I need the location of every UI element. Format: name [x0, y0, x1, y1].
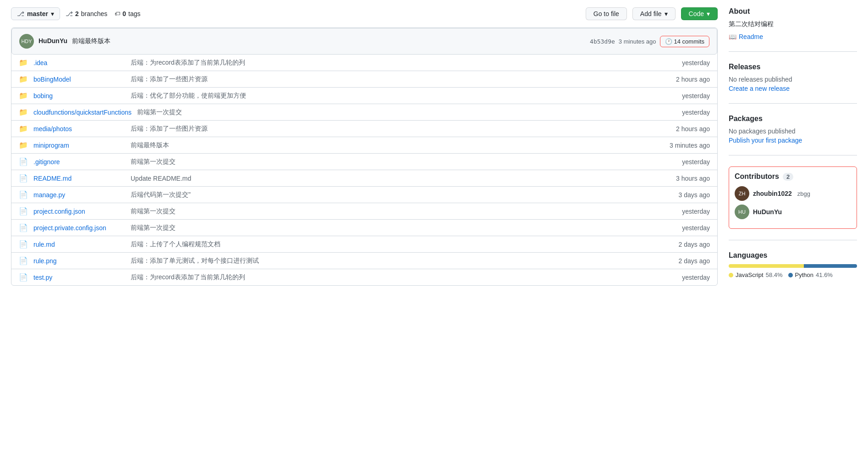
- file-name-link[interactable]: cloudfunctions/quickstartFunctions: [33, 109, 132, 116]
- file-time: yesterday: [664, 208, 710, 215]
- branches-count: 2: [75, 10, 79, 17]
- tags-count: 0: [122, 10, 126, 17]
- file-name-link[interactable]: project.private.config.json: [33, 224, 125, 232]
- file-time: 3 days ago: [664, 191, 710, 199]
- file-name-link[interactable]: .gitignore: [33, 158, 125, 166]
- file-icon: 📄: [19, 190, 28, 199]
- file-commit-message: 前端第一次提交: [131, 158, 659, 166]
- table-row: 📄 README.md Update README.md 3 hours ago: [11, 170, 717, 187]
- file-icon: 📄: [19, 157, 28, 166]
- languages-title: Languages: [729, 251, 857, 260]
- packages-title: Packages: [729, 115, 857, 123]
- goto-file-label: Go to file: [593, 10, 619, 17]
- table-row: 📄 manage.py 后端代码第一次提交" 3 days ago: [11, 187, 717, 203]
- branch-name: master: [27, 10, 48, 17]
- commit-row: HDY HuDunYu 前端最终版本 4b53d9e 3 minutes ago…: [11, 28, 717, 55]
- code-button[interactable]: Code ▾: [681, 7, 718, 20]
- main-content: ⎇ master ▾ ⎇ 2 branches 🏷 0 tags Go t: [11, 7, 718, 300]
- file-table: HDY HuDunYu 前端最终版本 4b53d9e 3 minutes ago…: [11, 28, 718, 286]
- file-commit-message: 前端第一次提交: [131, 207, 659, 216]
- readme-link[interactable]: 📖 Readme: [729, 33, 857, 40]
- contributor-row[interactable]: HU HuDunYu: [735, 205, 851, 219]
- publish-package-label: Publish your first package: [729, 137, 802, 144]
- contributors-section: Contributors 2 ZH zhoubin1022 zbgg HU Hu…: [729, 166, 857, 240]
- languages-section: Languages JavaScript 58.4% Python 41.6%: [729, 251, 857, 289]
- file-time: 2 hours ago: [664, 76, 710, 83]
- branch-selector[interactable]: ⎇ master ▾: [11, 7, 60, 20]
- releases-section: Releases No releases published Create a …: [729, 63, 857, 104]
- table-row: 📁 miniprogram 前端最终版本 3 minutes ago: [11, 137, 717, 154]
- tags-icon: 🏷: [115, 11, 120, 17]
- add-file-button[interactable]: Add file ▾: [632, 7, 676, 20]
- contributor-row[interactable]: ZH zhoubin1022 zbgg: [735, 186, 851, 201]
- commit-meta: 4b53d9e 3 minutes ago 🕐 14 commits: [590, 36, 709, 47]
- clock-icon: 🕐: [665, 38, 672, 45]
- file-time: 2 days ago: [664, 257, 710, 265]
- file-name-link[interactable]: project.config.json: [33, 208, 125, 215]
- tags-link[interactable]: 🏷 0 tags: [115, 10, 140, 17]
- file-name-link[interactable]: boBingModel: [33, 76, 125, 83]
- contributors-title-label: Contributors: [735, 172, 779, 181]
- meta-links: ⎇ 2 branches 🏷 0 tags: [66, 10, 141, 17]
- file-time: yesterday: [664, 109, 710, 116]
- file-name-link[interactable]: rule.md: [33, 241, 125, 248]
- releases-title: Releases: [729, 63, 857, 71]
- file-name-link[interactable]: test.py: [33, 274, 125, 281]
- file-commit-message: 前端第一次提交: [137, 108, 659, 116]
- about-description: 第二次结对编程: [729, 20, 857, 28]
- contributors-count: 2: [783, 173, 793, 181]
- file-name-link[interactable]: manage.py: [33, 191, 125, 199]
- contributor-name: HuDunYu: [753, 208, 782, 216]
- table-row: 📁 bobing 后端：优化了部分功能，使前端更加方便 yesterday: [11, 88, 717, 104]
- branches-icon: ⎇: [66, 10, 73, 17]
- file-name-link[interactable]: bobing: [33, 92, 125, 100]
- py-language-label: Python 41.6%: [788, 271, 833, 278]
- py-language-percent: 41.6%: [816, 271, 833, 278]
- language-labels: JavaScript 58.4% Python 41.6%: [729, 271, 857, 278]
- file-name-link[interactable]: media/photos: [33, 125, 125, 133]
- table-row: 📁 boBingModel 后端：添加了一些图片资源 2 hours ago: [11, 71, 717, 88]
- sidebar: About 第二次结对编程 📖 Readme Releases No relea…: [729, 7, 857, 300]
- table-row: 📄 project.private.config.json 前端第一次提交 ye…: [11, 220, 717, 236]
- py-language-name: Python: [795, 271, 813, 278]
- file-name-link[interactable]: miniprogram: [33, 142, 125, 149]
- add-file-chevron-icon: ▾: [665, 10, 668, 17]
- file-time: yesterday: [664, 224, 710, 232]
- commits-link[interactable]: 🕐 14 commits: [660, 36, 709, 47]
- file-icon: 📄: [19, 174, 28, 183]
- create-release-link[interactable]: Create a new release: [729, 85, 857, 92]
- file-name-link[interactable]: rule.png: [33, 257, 125, 265]
- file-icon: 📄: [19, 207, 28, 216]
- file-time: yesterday: [664, 92, 710, 100]
- create-release-label: Create a new release: [729, 85, 790, 92]
- file-icon: 📄: [19, 256, 28, 265]
- file-name-link[interactable]: README.md: [33, 175, 125, 182]
- contributor-alias: zbgg: [797, 190, 810, 197]
- js-language-dot: [729, 273, 733, 277]
- about-section: About 第二次结对编程 📖 Readme: [729, 7, 857, 52]
- file-icon: 📄: [19, 273, 28, 282]
- table-row: 📄 project.config.json 前端第一次提交 yesterday: [11, 203, 717, 220]
- js-language-bar: [729, 264, 804, 268]
- file-name-link[interactable]: .idea: [33, 59, 125, 66]
- file-commit-message: 后端：优化了部分功能，使前端更加方便: [131, 92, 659, 100]
- code-label: Code: [689, 10, 704, 17]
- commit-author: HuDunYu: [38, 37, 67, 44]
- contributor-avatar: ZH: [735, 186, 749, 201]
- commit-info: HuDunYu 前端最终版本: [38, 37, 590, 45]
- toolbar: ⎇ master ▾ ⎇ 2 branches 🏷 0 tags Go t: [11, 7, 718, 20]
- publish-package-link[interactable]: Publish your first package: [729, 137, 857, 144]
- code-chevron-icon: ▾: [707, 10, 710, 17]
- table-row: 📄 .gitignore 前端第一次提交 yesterday: [11, 154, 717, 170]
- file-time: 2 days ago: [664, 241, 710, 248]
- branches-link[interactable]: ⎇ 2 branches: [66, 10, 107, 17]
- js-language-label: JavaScript 58.4%: [729, 271, 783, 278]
- goto-file-button[interactable]: Go to file: [586, 7, 627, 20]
- folder-icon: 📁: [19, 108, 28, 116]
- file-time: yesterday: [664, 158, 710, 166]
- about-title: About: [729, 7, 857, 16]
- file-commit-message: 前端最终版本: [131, 141, 659, 149]
- branch-chevron-icon: ▾: [51, 10, 54, 17]
- file-commit-message: 前端第一次提交: [131, 224, 659, 232]
- contributor-avatar: HU: [735, 205, 749, 219]
